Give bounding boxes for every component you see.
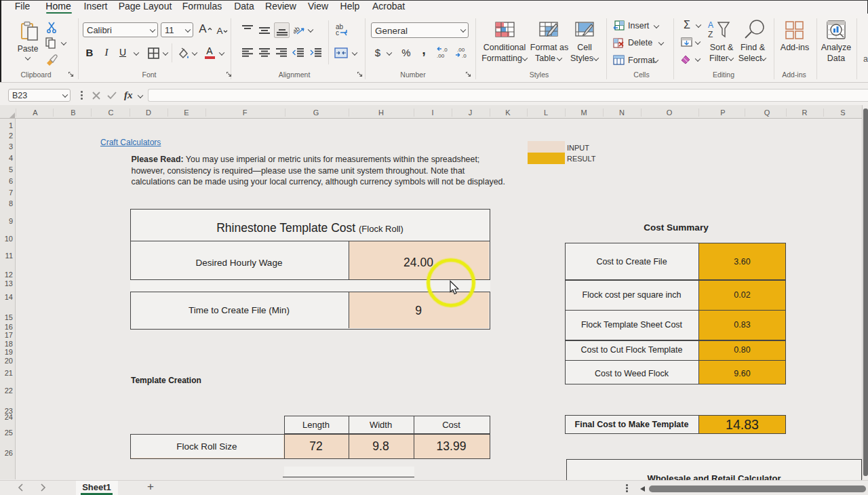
svg-text:.00: .00 bbox=[457, 47, 465, 53]
svg-text:c: c bbox=[336, 29, 339, 37]
svg-text:.0: .0 bbox=[462, 53, 467, 58]
svg-text:A: A bbox=[708, 20, 713, 30]
svg-text:.0: .0 bbox=[443, 47, 448, 53]
svg-text:.00: .00 bbox=[437, 53, 445, 58]
svg-text:Z: Z bbox=[708, 30, 713, 39]
